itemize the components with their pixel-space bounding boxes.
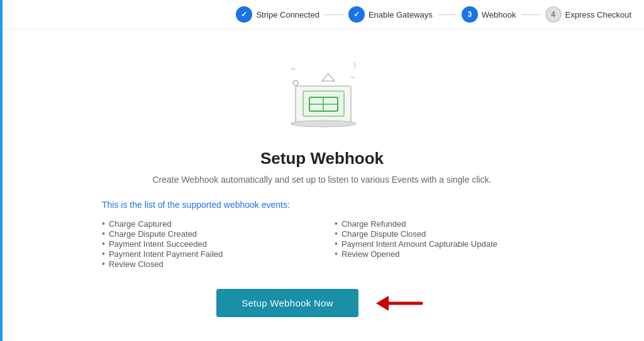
step-webhook: 3 Webhook: [462, 6, 516, 23]
step-divider-1: [325, 14, 343, 15]
webhook-illustration: ~ ~ ): [272, 48, 372, 136]
event-item: Payment Intent Succeeded: [102, 239, 309, 249]
event-item: Payment Intent Payment Failed: [102, 249, 309, 259]
step-divider-2: [438, 14, 457, 15]
svg-point-1: [293, 80, 298, 85]
events-left-col: Charge Captured Charge Dispute Created P…: [102, 219, 309, 269]
step-express-checkout: 4 Express Checkout: [545, 6, 632, 23]
events-section: This is the list of the supported webhoo…: [102, 200, 542, 269]
event-item: Charge Dispute Closed: [335, 229, 542, 239]
arrow-indicator: [371, 290, 428, 317]
setup-webhook-button[interactable]: Setup Webhook Now: [216, 289, 358, 317]
events-intro-start: This is: [102, 200, 130, 210]
svg-marker-12: [376, 296, 389, 311]
page-subtitle: Create Webhook automatically and set up …: [152, 175, 491, 185]
event-item: Review Opened: [335, 249, 542, 259]
event-item: Payment Intent Amount Capturable Update: [335, 239, 542, 249]
event-item: Charge Captured: [102, 219, 309, 229]
step-stripe-connected: ✓ Stripe Connected: [236, 6, 319, 23]
left-accent-bar: [0, 0, 3, 341]
event-item: Charge Dispute Created: [102, 229, 309, 239]
svg-text:): ): [353, 61, 356, 68]
step-3-label: Webhook: [482, 10, 516, 19]
events-grid: Charge Captured Charge Dispute Created P…: [102, 219, 542, 269]
page-title: Setup Webhook: [260, 149, 384, 168]
main-content: ~ ~ ) Setup Webhook Create Webhook autom…: [0, 30, 644, 330]
step-1-circle: ✓: [236, 6, 252, 23]
event-item: Charge Refunded: [335, 219, 542, 229]
events-intro-end: :: [287, 200, 290, 210]
step-4-label: Express Checkout: [565, 10, 632, 19]
step-enable-gateways: ✓ Enable Gateways: [348, 6, 433, 23]
step-4-circle: 4: [545, 6, 562, 23]
step-1-label: Stripe Connected: [256, 10, 319, 19]
events-intro: This is the list of the supported webhoo…: [102, 200, 542, 210]
stepper: ✓ Stripe Connected ✓ Enable Gateways 3 W…: [0, 0, 644, 30]
event-item: Review Closed: [102, 259, 309, 269]
button-area: Setup Webhook Now: [216, 289, 428, 317]
step-3-circle: 3: [462, 6, 478, 23]
step-2-circle: ✓: [348, 6, 365, 23]
svg-point-9: [291, 121, 356, 127]
events-intro-link: the list of the supported webhook events: [130, 200, 287, 210]
svg-text:~: ~: [350, 72, 355, 82]
svg-text:~: ~: [291, 64, 296, 74]
step-divider-3: [521, 14, 540, 15]
svg-marker-10: [322, 73, 335, 81]
step-2-label: Enable Gateways: [369, 10, 433, 19]
events-right-col: Charge Refunded Charge Dispute Closed Pa…: [335, 219, 542, 269]
